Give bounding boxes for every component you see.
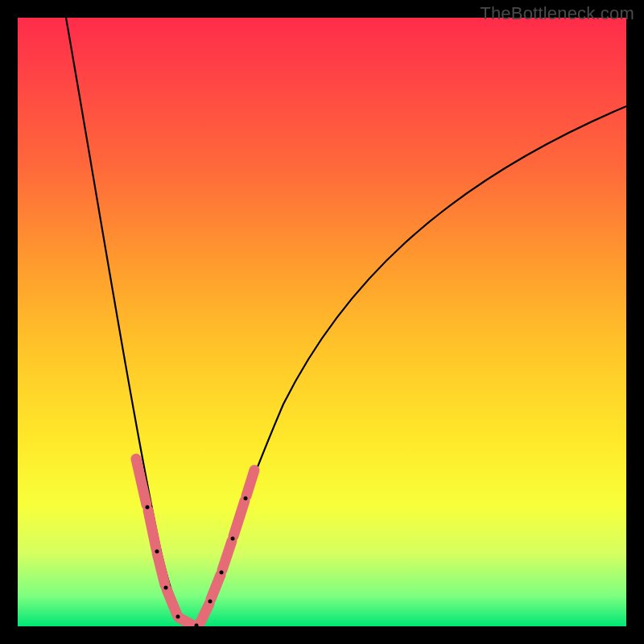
svg-point-10 [146, 506, 150, 510]
right-curve [196, 106, 626, 626]
gradient-plot-area [18, 18, 626, 626]
svg-line-2 [157, 553, 165, 585]
svg-line-5 [200, 604, 209, 624]
highlight-ticks-left [136, 459, 193, 625]
svg-point-12 [164, 586, 168, 590]
highlight-ticks-right [200, 470, 254, 624]
svg-line-9 [246, 470, 254, 496]
svg-line-8 [233, 501, 245, 536]
svg-line-1 [148, 510, 156, 549]
curve-dots [146, 497, 248, 627]
svg-point-15 [208, 600, 213, 604]
watermark-text: TheBottleneck.com [480, 3, 634, 24]
svg-point-18 [244, 497, 248, 501]
left-curve [66, 18, 191, 626]
svg-point-16 [220, 571, 224, 575]
svg-point-17 [231, 537, 235, 541]
svg-line-4 [179, 617, 193, 625]
svg-point-14 [195, 624, 199, 627]
svg-line-3 [167, 589, 177, 615]
svg-line-0 [136, 459, 147, 505]
svg-point-11 [155, 550, 159, 554]
svg-line-7 [222, 541, 232, 570]
svg-line-6 [211, 575, 221, 599]
plot-overlay [18, 18, 626, 626]
svg-point-13 [176, 615, 180, 619]
